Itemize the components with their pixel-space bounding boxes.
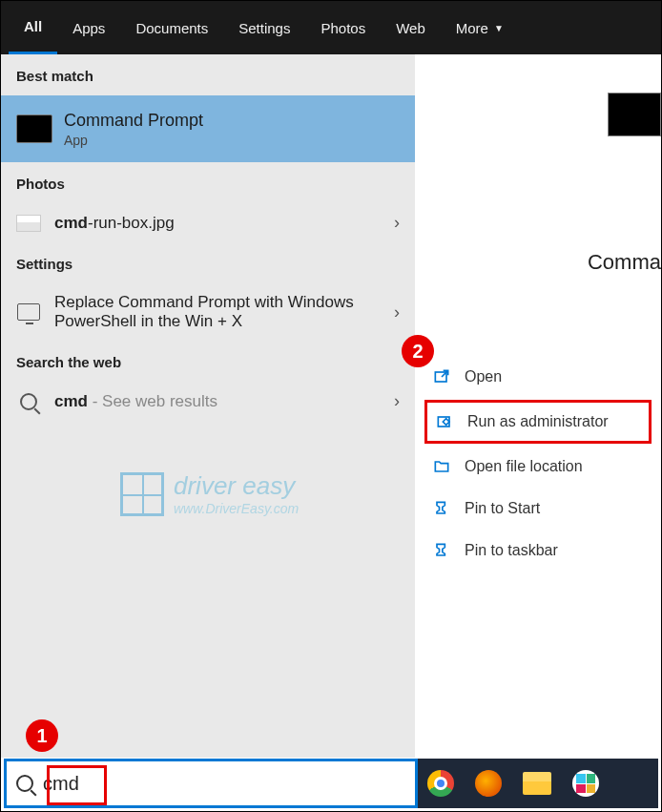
chevron-right-icon[interactable]: › [394, 302, 400, 323]
file-explorer-icon[interactable] [523, 772, 551, 795]
photo-result[interactable]: cmd-run-box.jpg › [1, 203, 415, 242]
match-text: cmd [54, 214, 88, 232]
shield-icon [435, 412, 454, 431]
detail-title: Comma [415, 250, 661, 275]
chevron-down-icon: ▼ [494, 23, 504, 33]
best-match-result[interactable]: Command Prompt App [1, 95, 415, 162]
web-result[interactable]: cmd - See web results › [1, 382, 415, 421]
chevron-right-icon[interactable]: › [394, 391, 400, 411]
action-label: Open file location [465, 458, 583, 475]
web-result-label: cmd - See web results [54, 392, 381, 411]
tab-more[interactable]: More ▼ [441, 1, 519, 54]
results-list: Best match Command Prompt App Photos cmd… [1, 54, 415, 758]
action-label: Pin to taskbar [465, 542, 558, 559]
slack-icon[interactable] [572, 770, 599, 797]
pin-icon [432, 541, 451, 560]
action-pin-to-start[interactable]: Pin to Start [424, 489, 652, 528]
action-open[interactable]: Open [424, 358, 652, 396]
photo-result-label: cmd-run-box.jpg [54, 214, 381, 233]
monitor-icon [17, 303, 40, 321]
best-match-title: Command Prompt [64, 111, 203, 131]
taskbar [418, 759, 658, 808]
pin-icon [432, 499, 451, 518]
settings-result-label: Replace Command Prompt with Windows Powe… [54, 293, 381, 331]
search-filter-tabs: All Apps Documents Settings Photos Web M… [1, 1, 661, 54]
tab-documents[interactable]: Documents [120, 1, 223, 54]
section-search-web: Search the web [1, 341, 415, 382]
tab-web[interactable]: Web [381, 1, 441, 54]
search-icon [16, 775, 33, 792]
folder-icon [432, 457, 451, 476]
best-match-subtitle: App [64, 133, 203, 148]
actions-list: Open Run as administrator Open file loca… [424, 358, 652, 570]
annotation-badge-1: 1 [26, 719, 58, 752]
detail-panel: Comma Open Run as administrator Open fil… [415, 54, 661, 758]
settings-result[interactable]: Replace Command Prompt with Windows Powe… [1, 283, 415, 341]
rest-text: -run-box.jpg [88, 214, 175, 232]
section-photos: Photos [1, 162, 415, 203]
chrome-icon[interactable] [427, 770, 454, 797]
section-settings: Settings [1, 242, 415, 283]
rest-text: - See web results [88, 392, 217, 410]
command-prompt-icon [16, 115, 52, 143]
section-best-match: Best match [1, 54, 415, 95]
firefox-icon[interactable] [475, 770, 502, 797]
image-icon [16, 215, 41, 232]
tab-photos[interactable]: Photos [305, 1, 381, 54]
tab-settings[interactable]: Settings [223, 1, 305, 54]
action-pin-to-taskbar[interactable]: Pin to taskbar [424, 531, 652, 570]
open-icon [432, 367, 451, 386]
chevron-right-icon[interactable]: › [394, 213, 400, 233]
tab-apps[interactable]: Apps [57, 1, 120, 54]
action-label: Pin to Start [465, 500, 540, 517]
action-run-as-administrator[interactable]: Run as administrator [424, 400, 652, 444]
tab-all[interactable]: All [9, 1, 57, 54]
windows-search-box[interactable] [4, 759, 418, 808]
action-label: Run as administrator [467, 413, 609, 430]
tab-more-label: More [456, 20, 488, 36]
action-open-file-location[interactable]: Open file location [424, 448, 652, 486]
search-icon [20, 393, 37, 410]
search-input[interactable] [43, 773, 405, 795]
action-label: Open [465, 368, 502, 385]
annotation-badge-2: 2 [402, 335, 434, 367]
match-text: cmd [54, 392, 88, 410]
command-prompt-icon [608, 93, 661, 136]
